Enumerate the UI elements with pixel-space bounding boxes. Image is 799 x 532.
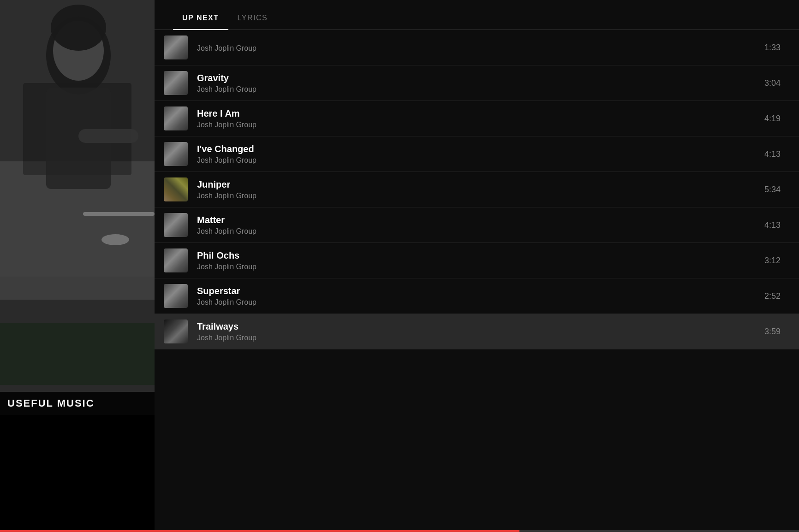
album-title: USEFUL MUSIC	[7, 397, 95, 409]
song-info: Trailways Josh Joplin Group	[197, 321, 755, 342]
song-artist: Josh Joplin Group	[197, 298, 755, 307]
tabs-header: UP NEXT LYRICS	[155, 0, 799, 30]
song-title: I've Changed	[197, 144, 755, 154]
song-thumbnail	[164, 284, 188, 308]
song-info: Here I Am Josh Joplin Group	[197, 108, 755, 129]
tab-lyrics[interactable]: LYRICS	[228, 9, 277, 30]
album-photo: USEFUL MUSIC	[0, 0, 155, 415]
tab-up-next[interactable]: UP NEXT	[173, 9, 228, 30]
song-info: Gravity Josh Joplin Group	[197, 73, 755, 94]
song-title: Matter	[197, 215, 755, 225]
song-thumbnail	[164, 142, 188, 166]
svg-rect-8	[78, 129, 138, 143]
right-panel: UP NEXT LYRICS Josh Joplin Group 1:33	[155, 0, 799, 530]
song-info: Josh Joplin Group	[197, 42, 755, 53]
song-artist: Josh Joplin Group	[197, 121, 755, 129]
song-thumbnail	[164, 248, 188, 272]
svg-point-10	[51, 5, 106, 51]
song-info: I've Changed Josh Joplin Group	[197, 144, 755, 165]
song-duration: 2:52	[764, 291, 781, 301]
song-artist: Josh Joplin Group	[197, 192, 755, 200]
song-info: Juniper Josh Joplin Group	[197, 179, 755, 200]
song-thumbnail	[164, 106, 188, 130]
song-title: Here I Am	[197, 108, 755, 119]
album-title-bar: USEFUL MUSIC	[0, 392, 155, 415]
song-duration: 5:34	[764, 185, 781, 195]
svg-point-3	[101, 234, 129, 245]
tab-up-next-label: UP NEXT	[182, 14, 219, 22]
list-item[interactable]: Trailways Josh Joplin Group 3:59	[155, 314, 799, 349]
list-item[interactable]: Superstar Josh Joplin Group 2:52	[155, 278, 799, 314]
song-artist: Josh Joplin Group	[197, 156, 755, 165]
song-duration: 4:19	[764, 114, 781, 124]
song-duration: 4:13	[764, 220, 781, 230]
song-thumbnail	[164, 177, 188, 201]
list-item[interactable]: Gravity Josh Joplin Group 3:04	[155, 65, 799, 101]
list-item[interactable]: I've Changed Josh Joplin Group 4:13	[155, 136, 799, 172]
progress-bar-container[interactable]	[0, 530, 799, 532]
main-content: USEFUL MUSIC UP NEXT LYRICS Josh Joplin …	[0, 0, 799, 530]
list-item[interactable]: Josh Joplin Group 1:33	[155, 30, 799, 65]
song-title: Trailways	[197, 321, 755, 332]
song-thumbnail	[164, 71, 188, 95]
song-duration: 1:33	[764, 43, 781, 53]
tab-lyrics-label: LYRICS	[238, 14, 268, 22]
list-item[interactable]: Matter Josh Joplin Group 4:13	[155, 207, 799, 243]
song-list[interactable]: Josh Joplin Group 1:33 Gravity Josh Jopl…	[155, 30, 799, 530]
svg-rect-4	[83, 212, 155, 216]
song-duration: 4:13	[764, 149, 781, 159]
list-item[interactable]: Phil Ochs Josh Joplin Group 3:12	[155, 243, 799, 278]
song-title: Superstar	[197, 286, 755, 296]
song-artist: Josh Joplin Group	[197, 263, 755, 271]
song-title: Juniper	[197, 179, 755, 190]
song-title: Phil Ochs	[197, 250, 755, 261]
song-artist: Josh Joplin Group	[197, 334, 755, 342]
song-thumbnail	[164, 213, 188, 237]
left-panel: USEFUL MUSIC	[0, 0, 155, 415]
progress-bar-fill	[0, 530, 519, 532]
song-info: Superstar Josh Joplin Group	[197, 286, 755, 307]
song-thumbnail	[164, 319, 188, 343]
list-item[interactable]: Here I Am Josh Joplin Group 4:19	[155, 101, 799, 136]
song-artist: Josh Joplin Group	[197, 85, 755, 94]
song-duration: 3:12	[764, 256, 781, 266]
list-item[interactable]: Juniper Josh Joplin Group 5:34	[155, 172, 799, 207]
song-artist: Josh Joplin Group	[197, 44, 755, 53]
song-info: Phil Ochs Josh Joplin Group	[197, 250, 755, 271]
song-artist: Josh Joplin Group	[197, 227, 755, 236]
song-duration: 3:59	[764, 327, 781, 337]
song-thumbnail	[164, 35, 188, 59]
svg-rect-11	[0, 277, 155, 323]
song-duration: 3:04	[764, 78, 781, 88]
svg-rect-12	[0, 323, 155, 385]
song-info: Matter Josh Joplin Group	[197, 215, 755, 236]
song-title: Gravity	[197, 73, 755, 83]
